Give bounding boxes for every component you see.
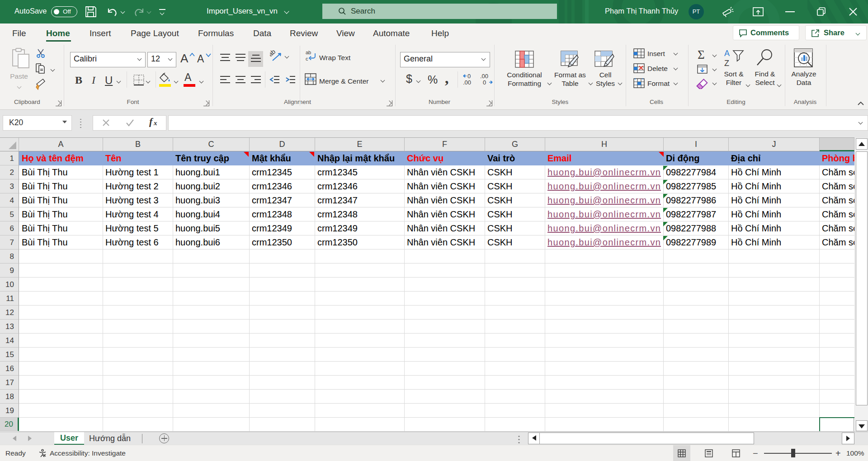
svg-text:A: A [724,49,730,58]
svg-text:.00: .00 [463,79,471,85]
svg-text:0: 0 [467,73,471,80]
svg-text:Z: Z [724,59,729,67]
